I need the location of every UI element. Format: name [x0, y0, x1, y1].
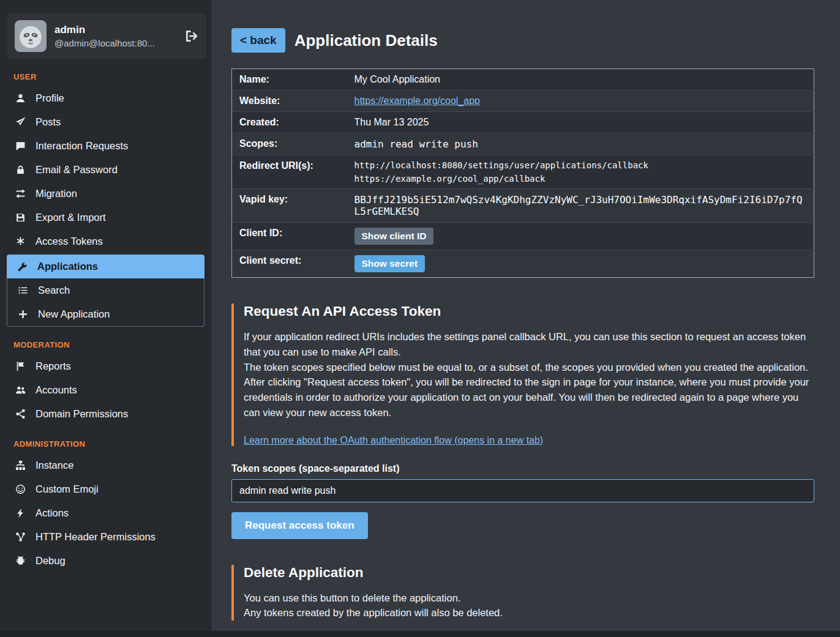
- row-label: Client secret:: [232, 250, 348, 278]
- sidebar-item-label: Actions: [36, 507, 69, 519]
- sidebar-item-label: Debug: [36, 555, 66, 567]
- row-label: Redirect URI(s):: [232, 155, 348, 189]
- sidebar-item-migration[interactable]: Migration: [0, 182, 211, 206]
- sidebar-nav: USERProfilePostsInteraction RequestsEmai…: [0, 72, 211, 573]
- token-scopes-input[interactable]: [231, 479, 814, 502]
- table-row-redirect-uris: Redirect URI(s): http://localhost:8080/s…: [232, 155, 814, 189]
- delete-application-section: Delete Application You can use this butt…: [231, 565, 814, 621]
- row-label: Scopes:: [232, 133, 348, 155]
- row-value: Show client ID: [348, 223, 814, 250]
- delete-application-heading: Delete Application: [244, 565, 814, 581]
- sidebar: admin @admin@localhost:80... USERProfile…: [0, 0, 211, 631]
- row-value: Show secret: [348, 250, 814, 278]
- user-icon: [13, 93, 27, 103]
- row-label: Website:: [232, 91, 348, 112]
- sidebar-group-applications: ApplicationsSearchNew Application: [7, 255, 204, 327]
- token-scopes-label: Token scopes (space-separated list): [231, 463, 814, 474]
- page-title: Application Details: [294, 31, 438, 50]
- app-root: admin @admin@localhost:80... USERProfile…: [0, 0, 840, 631]
- show-client-id-button[interactable]: Show client ID: [354, 228, 434, 245]
- list-icon: [16, 285, 29, 296]
- section-title-user: USER: [13, 72, 198, 81]
- oauth-docs-link[interactable]: Learn more about the OAuth authenticatio…: [244, 435, 543, 446]
- network-icon: [13, 532, 27, 542]
- section-title-moderation: MODERATION: [13, 340, 198, 349]
- sidebar-item-custom-emoji[interactable]: Custom Emoji: [0, 477, 211, 501]
- row-value: http://localhost:8080/settings/user/appl…: [348, 155, 814, 189]
- share-nodes-icon: [13, 409, 27, 419]
- floppy-icon: [13, 212, 27, 223]
- user-card[interactable]: admin @admin@localhost:80...: [7, 13, 206, 59]
- website-link[interactable]: https://example.org/cool_app: [354, 95, 480, 106]
- transfer-icon: [13, 188, 27, 199]
- user-info: admin @admin@localhost:80...: [54, 24, 155, 48]
- request-access-token-button[interactable]: Request access token: [231, 512, 368, 539]
- sidebar-item-export-import[interactable]: Export & Import: [0, 206, 211, 229]
- sidebar-item-interaction-requests[interactable]: Interaction Requests: [0, 134, 211, 158]
- sloth-avatar: [15, 20, 47, 52]
- row-label: Client ID:: [232, 223, 348, 250]
- sidebar-item-posts[interactable]: Posts: [0, 110, 211, 134]
- sidebar-submenu: SearchNew Application: [7, 278, 204, 327]
- section-title-administration: ADMINISTRATION: [13, 439, 198, 449]
- row-value: https://example.org/cool_app: [348, 91, 814, 112]
- delete-application-line: You can use this button to delete the ap…: [244, 590, 814, 606]
- sidebar-item-label: Custom Emoji: [36, 483, 99, 495]
- table-row-name: Name: My Cool Application: [232, 69, 814, 91]
- request-token-paragraph: If your application redirect URIs includ…: [244, 329, 814, 360]
- row-label: Name:: [232, 69, 348, 91]
- sidebar-item-label: Reports: [36, 360, 71, 372]
- sidebar-item-label: Applications: [37, 261, 98, 272]
- row-label: Created:: [232, 112, 348, 133]
- sidebar-item-actions[interactable]: Actions: [0, 501, 211, 525]
- sidebar-item-label: Posts: [36, 116, 61, 128]
- sidebar-item-profile[interactable]: Profile: [0, 86, 211, 110]
- back-button[interactable]: < back: [231, 28, 285, 53]
- sidebar-item-label: Interaction Requests: [36, 140, 128, 152]
- sidebar-item-debug[interactable]: Debug: [0, 549, 211, 573]
- delete-application-line: Any tokens created by the application wi…: [244, 605, 814, 620]
- sidebar-item-label: Access Tokens: [36, 236, 103, 247]
- sidebar-item-email-password[interactable]: Email & Password: [0, 158, 211, 182]
- sidebar-item-reports[interactable]: Reports: [0, 354, 211, 378]
- bug-icon: [13, 556, 27, 566]
- user-handle: @admin@localhost:80...: [54, 38, 155, 48]
- table-row-client-id: Client ID: Show client ID: [232, 223, 814, 250]
- sidebar-item-accounts[interactable]: Accounts: [0, 378, 211, 402]
- sidebar-item-label: Export & Import: [36, 212, 106, 223]
- sidebar-item-new-application[interactable]: New Application: [7, 302, 204, 326]
- sidebar-item-domain-permissions[interactable]: Domain Permissions: [0, 402, 211, 426]
- table-row-scopes: Scopes: admin read write push: [232, 133, 814, 155]
- logout-icon[interactable]: [184, 29, 199, 43]
- sidebar-item-access-tokens[interactable]: Access Tokens: [0, 229, 211, 253]
- table-row-created: Created: Thu Mar 13 2025: [232, 112, 814, 133]
- request-token-paragraph: After clicking "Request access token", y…: [244, 374, 814, 420]
- row-value: admin read write push: [348, 133, 814, 155]
- table-row-vapid-key: Vapid key: BBJffJ219b5iE512m7wQSzv4KgKDh…: [232, 189, 814, 223]
- asterisk-icon: [13, 236, 27, 247]
- comment-icon: [13, 141, 27, 151]
- show-secret-button[interactable]: Show secret: [354, 255, 425, 272]
- main-content: < back Application Details Name: My Cool…: [211, 0, 840, 631]
- sidebar-item-label: Search: [38, 285, 70, 296]
- lock-icon: [13, 165, 27, 175]
- flag-icon: [13, 361, 27, 371]
- sidebar-item-search[interactable]: Search: [7, 278, 204, 302]
- user-name: admin: [54, 24, 155, 36]
- sidebar-item-label: Instance: [36, 460, 73, 471]
- sidebar-item-http-header-permissions[interactable]: HTTP Header Permissions: [0, 525, 211, 549]
- sidebar-item-label: HTTP Header Permissions: [36, 531, 156, 543]
- sidebar-item-label: Migration: [36, 188, 77, 199]
- table-row-website: Website: https://example.org/cool_app: [232, 91, 814, 112]
- row-label: Vapid key:: [232, 189, 348, 223]
- application-details-table: Name: My Cool Application Website: https…: [231, 69, 814, 278]
- sidebar-item-label: Domain Permissions: [36, 408, 128, 420]
- bolt-icon: [13, 508, 27, 518]
- redirect-uri: https://example.org/cool_app/callback: [354, 174, 808, 184]
- sidebar-item-applications[interactable]: Applications: [7, 255, 204, 278]
- sidebar-item-label: Profile: [36, 92, 64, 104]
- users-icon: [13, 385, 27, 395]
- sidebar-item-instance[interactable]: Instance: [0, 453, 211, 477]
- row-value: Thu Mar 13 2025: [348, 112, 814, 133]
- request-token-heading: Request An API Access Token: [244, 304, 814, 319]
